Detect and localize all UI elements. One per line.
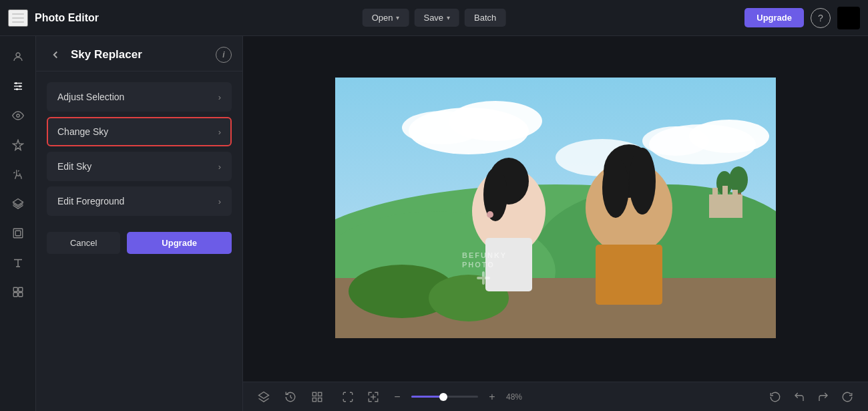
back-button[interactable] bbox=[47, 47, 64, 62]
header-right-controls: Upgrade ? bbox=[744, 7, 860, 29]
canvas-area: BEFUNKY PHOTO bbox=[243, 36, 868, 411]
menu-item-label-change-sky: Change Sky bbox=[57, 126, 108, 137]
svg-rect-31 bbox=[712, 188, 718, 198]
fit-screen-button[interactable] bbox=[338, 387, 358, 407]
svg-rect-14 bbox=[18, 293, 22, 297]
header-center-controls: Open ▾ Save ▾ Batch bbox=[363, 9, 506, 27]
history-button[interactable] bbox=[280, 387, 300, 407]
sidebar-icon-text[interactable] bbox=[5, 250, 31, 275]
menu-item-chevron-change-sky: › bbox=[218, 127, 221, 137]
svg-rect-11 bbox=[13, 287, 17, 291]
upgrade-button[interactable]: Upgrade bbox=[744, 8, 804, 27]
rotate-cw-button[interactable] bbox=[837, 387, 857, 407]
zoom-slider-thumb[interactable] bbox=[439, 393, 447, 401]
icon-sidebar bbox=[0, 36, 36, 411]
layers-button[interactable] bbox=[254, 387, 274, 407]
menu-item-chevron-edit-foreground: › bbox=[218, 196, 221, 207]
sidebar-icon-layers[interactable] bbox=[5, 191, 31, 217]
canvas-image: BEFUNKY PHOTO bbox=[335, 78, 776, 338]
undo-button[interactable] bbox=[789, 387, 809, 407]
svg-rect-33 bbox=[732, 190, 738, 198]
sidebar-icon-adjustments[interactable] bbox=[5, 74, 31, 99]
svg-text:PHOTO: PHOTO bbox=[462, 261, 495, 269]
menu-item-edit-foreground[interactable]: Edit Foreground› bbox=[47, 186, 232, 216]
save-button[interactable]: Save ▾ bbox=[414, 9, 459, 27]
svg-point-6 bbox=[16, 88, 18, 90]
svg-point-41 bbox=[487, 211, 493, 218]
svg-rect-10 bbox=[15, 231, 21, 236]
canvas-viewport[interactable]: BEFUNKY PHOTO bbox=[243, 36, 868, 382]
zoom-slider-container: − + 48% bbox=[389, 388, 530, 406]
menu-item-chevron-edit-sky: › bbox=[218, 162, 221, 172]
svg-rect-46 bbox=[596, 245, 662, 305]
app-header: Photo Editor Open ▾ Save ▾ Batch Upgrade… bbox=[0, 0, 868, 36]
upgrade-panel-button[interactable]: Upgrade bbox=[127, 232, 232, 254]
menu-item-chevron-adjust-selection: › bbox=[218, 92, 221, 102]
panel-menu-list: Adjust Selection›Change Sky›Edit Sky›Edi… bbox=[36, 72, 242, 227]
svg-rect-9 bbox=[13, 229, 23, 238]
zoom-slider[interactable] bbox=[411, 396, 478, 398]
menu-item-label-edit-sky: Edit Sky bbox=[57, 161, 91, 172]
info-icon[interactable]: i bbox=[216, 47, 232, 63]
svg-point-45 bbox=[629, 148, 656, 215]
panel-title: Sky Replacer bbox=[71, 48, 209, 61]
svg-rect-30 bbox=[709, 194, 742, 218]
svg-rect-12 bbox=[18, 287, 22, 291]
zoom-out-button[interactable]: − bbox=[389, 388, 406, 406]
rotate-ccw-button[interactable] bbox=[765, 387, 785, 407]
svg-rect-57 bbox=[318, 398, 322, 401]
menu-item-adjust-selection[interactable]: Adjust Selection› bbox=[47, 82, 232, 112]
avatar[interactable] bbox=[837, 7, 860, 29]
bottom-center-tools: − + 48% bbox=[338, 387, 530, 407]
svg-rect-32 bbox=[722, 186, 728, 198]
bottom-toolbar: − + 48% bbox=[243, 382, 868, 411]
menu-item-label-adjust-selection: Adjust Selection bbox=[57, 92, 124, 102]
svg-marker-51 bbox=[259, 392, 269, 398]
tool-panel: Sky Replacer i Adjust Selection›Change S… bbox=[36, 36, 243, 411]
open-button[interactable]: Open ▾ bbox=[363, 9, 409, 27]
zoom-level-display: 48% bbox=[506, 392, 530, 402]
hamburger-menu-button[interactable] bbox=[8, 9, 28, 27]
batch-button[interactable]: Batch bbox=[465, 9, 505, 27]
svg-rect-13 bbox=[13, 293, 17, 297]
canvas-image-wrapper: BEFUNKY PHOTO bbox=[335, 78, 776, 341]
sidebar-icon-touch[interactable] bbox=[5, 162, 31, 187]
menu-item-label-edit-foreground: Edit Foreground bbox=[57, 196, 124, 207]
bottom-right-tools bbox=[765, 387, 857, 407]
svg-rect-56 bbox=[312, 398, 316, 401]
app-title: Photo Editor bbox=[35, 12, 99, 24]
svg-point-0 bbox=[16, 53, 20, 57]
svg-line-53 bbox=[290, 397, 292, 398]
svg-point-29 bbox=[729, 166, 748, 193]
sidebar-icon-view[interactable] bbox=[5, 103, 31, 128]
crop-fit-button[interactable] bbox=[363, 387, 383, 407]
svg-text:BEFUNKY: BEFUNKY bbox=[462, 251, 507, 259]
grid-button[interactable] bbox=[307, 387, 327, 407]
sidebar-icon-frames[interactable] bbox=[5, 221, 31, 246]
svg-rect-54 bbox=[312, 392, 316, 396]
svg-rect-50 bbox=[477, 277, 490, 279]
sidebar-icon-effects[interactable] bbox=[5, 132, 31, 158]
menu-item-edit-sky[interactable]: Edit Sky› bbox=[47, 152, 232, 181]
panel-actions: Cancel Upgrade bbox=[36, 227, 242, 265]
main-body: Sky Replacer i Adjust Selection›Change S… bbox=[0, 36, 868, 411]
svg-point-39 bbox=[483, 168, 507, 221]
svg-rect-55 bbox=[318, 392, 322, 396]
open-chevron-icon: ▾ bbox=[396, 14, 399, 21]
help-button[interactable]: ? bbox=[811, 8, 831, 28]
svg-point-21 bbox=[642, 126, 709, 156]
sidebar-icon-graphics[interactable] bbox=[5, 279, 31, 305]
sidebar-icon-face[interactable] bbox=[5, 44, 31, 70]
svg-point-44 bbox=[602, 158, 629, 218]
panel-header: Sky Replacer i bbox=[36, 36, 242, 72]
zoom-in-button[interactable]: + bbox=[483, 388, 501, 406]
menu-item-change-sky[interactable]: Change Sky› bbox=[47, 117, 232, 146]
bottom-left-tools bbox=[254, 387, 327, 407]
svg-point-5 bbox=[19, 86, 21, 88]
svg-point-7 bbox=[16, 114, 19, 118]
svg-point-4 bbox=[15, 82, 17, 84]
cancel-button[interactable]: Cancel bbox=[47, 232, 120, 254]
redo-button[interactable] bbox=[813, 387, 833, 407]
save-chevron-icon: ▾ bbox=[447, 14, 450, 21]
zoom-slider-track bbox=[411, 396, 443, 398]
